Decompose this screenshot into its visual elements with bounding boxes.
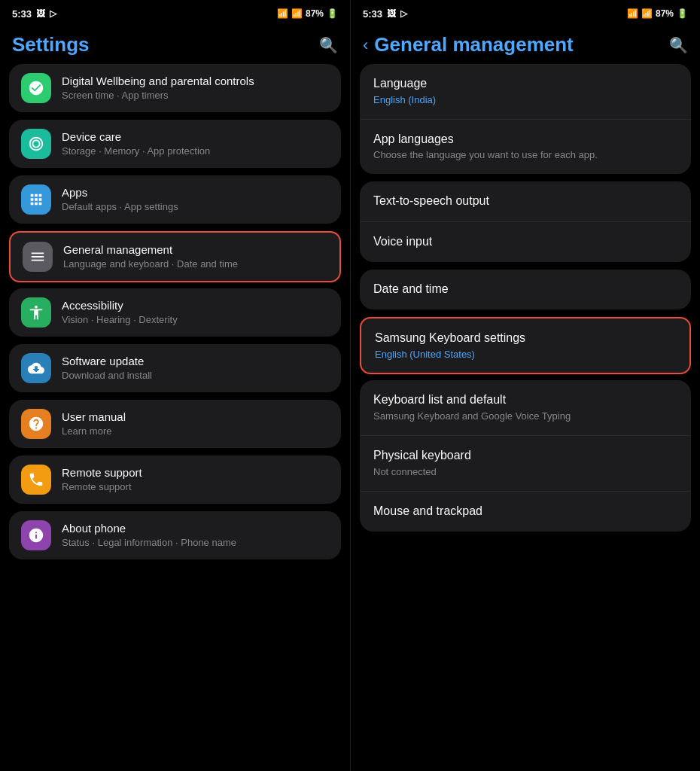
language-text: Language English (India) — [373, 76, 677, 107]
group-date-time: Date and time — [360, 270, 691, 309]
group-remote-support: Remote support Remote support — [9, 456, 341, 504]
digital-wellbeing-icon — [21, 73, 51, 103]
group-about-phone: About phone Status · Legal information ·… — [9, 511, 341, 559]
item-digital-wellbeing[interactable]: Digital Wellbeing and parental controls … — [9, 64, 341, 112]
left-title: Settings — [12, 33, 90, 56]
item-general-management[interactable]: General management Language and keyboard… — [11, 233, 339, 281]
item-samsung-keyboard[interactable]: Samsung Keyboard settings English (Unite… — [361, 318, 689, 373]
date-time-title: Date and time — [373, 282, 677, 297]
gallery-icon: 🖼 — [36, 8, 45, 19]
tts-text: Text-to-speech output — [373, 194, 677, 209]
item-mouse-trackpad[interactable]: Mouse and trackpad — [360, 492, 691, 532]
group-samsung-keyboard-highlighted: Samsung Keyboard settings English (Unite… — [360, 317, 691, 375]
device-care-text: Device care Storage · Memory · App prote… — [62, 130, 329, 158]
app-languages-text: App languages Choose the language you wa… — [373, 132, 677, 163]
apps-title: Apps — [62, 185, 329, 200]
user-manual-title: User manual — [62, 410, 329, 425]
group-digital-wellbeing: Digital Wellbeing and parental controls … — [9, 64, 341, 112]
user-manual-subtitle: Learn more — [62, 425, 329, 438]
battery-icon-left: 🔋 — [327, 8, 338, 19]
device-care-icon — [21, 129, 51, 159]
item-date-and-time[interactable]: Date and time — [360, 270, 691, 309]
app-languages-title: App languages — [373, 132, 677, 148]
group-tts-voice: Text-to-speech output Voice input — [360, 181, 691, 262]
mouse-trackpad-title: Mouse and trackpad — [373, 504, 677, 520]
search-button-left[interactable]: 🔍 — [319, 36, 338, 54]
language-subtitle: English (India) — [373, 94, 677, 107]
item-remote-support[interactable]: Remote support Remote support — [9, 456, 341, 504]
mouse-trackpad-text: Mouse and trackpad — [373, 504, 677, 520]
status-bar-left: 5:33 🖼 ▷ 📶 📶 87% 🔋 — [0, 0, 350, 24]
right-panel: 5:33 🖼 ▷ 📶 📶 87% 🔋 ‹ General management … — [350, 0, 700, 771]
about-phone-icon — [21, 520, 51, 550]
item-accessibility[interactable]: Accessibility Vision · Hearing · Dexteri… — [9, 288, 341, 337]
device-care-title: Device care — [62, 130, 329, 145]
item-apps[interactable]: Apps Default apps · App settings — [9, 175, 341, 224]
gallery-icon-right: 🖼 — [387, 8, 396, 19]
keyboard-list-title: Keyboard list and default — [373, 392, 677, 408]
item-text-to-speech[interactable]: Text-to-speech output — [360, 181, 691, 222]
back-button[interactable]: ‹ — [363, 35, 368, 55]
left-header: Settings 🔍 — [0, 24, 350, 64]
digital-wellbeing-subtitle: Screen time · App timers — [62, 90, 329, 102]
general-management-text: General management Language and keyboard… — [63, 242, 327, 271]
remote-support-icon — [21, 465, 51, 495]
item-keyboard-list[interactable]: Keyboard list and default Samsung Keyboa… — [360, 380, 691, 436]
user-manual-text: User manual Learn more — [62, 410, 329, 438]
apps-subtitle: Default apps · App settings — [62, 201, 329, 214]
group-accessibility: Accessibility Vision · Hearing · Dexteri… — [9, 288, 341, 337]
software-update-icon — [21, 353, 51, 383]
right-scroll-area: Language English (India) App languages C… — [351, 64, 700, 771]
item-device-care[interactable]: Device care Storage · Memory · App prote… — [9, 120, 341, 168]
samsung-keyboard-subtitle: English (United States) — [375, 349, 676, 361]
samsung-keyboard-text: Samsung Keyboard settings English (Unite… — [375, 331, 676, 361]
item-about-phone[interactable]: About phone Status · Legal information ·… — [9, 511, 341, 559]
accessibility-text: Accessibility Vision · Hearing · Dexteri… — [62, 298, 329, 327]
group-software-update: Software update Download and install — [9, 344, 341, 392]
digital-wellbeing-text: Digital Wellbeing and parental controls … — [62, 74, 329, 102]
item-app-languages[interactable]: App languages Choose the language you wa… — [360, 120, 691, 175]
general-management-title: General management — [63, 242, 327, 258]
item-user-manual[interactable]: User manual Learn more — [9, 400, 341, 448]
right-header: ‹ General management 🔍 — [351, 24, 700, 64]
group-keyboard-options: Keyboard list and default Samsung Keyboa… — [360, 380, 691, 531]
tts-title: Text-to-speech output — [373, 194, 677, 209]
software-update-subtitle: Download and install — [62, 370, 329, 382]
battery-right: 87% — [656, 8, 674, 19]
about-phone-subtitle: Status · Legal information · Phone name — [62, 537, 329, 550]
cast-icon: ▷ — [400, 8, 407, 19]
about-phone-text: About phone Status · Legal information ·… — [62, 521, 329, 550]
app-languages-subtitle: Choose the language you want to use for … — [373, 149, 677, 162]
group-apps: Apps Default apps · App settings — [9, 175, 341, 224]
item-software-update[interactable]: Software update Download and install — [9, 344, 341, 392]
physical-keyboard-subtitle: Not connected — [373, 466, 677, 479]
time-right: 5:33 — [363, 8, 382, 20]
keyboard-list-text: Keyboard list and default Samsung Keyboa… — [373, 392, 677, 423]
wifi-icon: 📶 — [277, 8, 288, 19]
language-title: Language — [373, 76, 677, 92]
signal-icon-right: 📶 — [641, 8, 653, 19]
keyboard-list-subtitle: Samsung Keyboard and Google Voice Typing — [373, 410, 677, 423]
left-scroll-area: Digital Wellbeing and parental controls … — [0, 64, 350, 771]
group-general-management-highlighted: General management Language and keyboard… — [9, 231, 341, 282]
device-care-subtitle: Storage · Memory · App protection — [62, 145, 329, 158]
physical-keyboard-title: Physical keyboard — [373, 448, 677, 464]
accessibility-title: Accessibility — [62, 298, 329, 313]
status-bar-right: 5:33 🖼 ▷ 📶 📶 87% 🔋 — [351, 0, 700, 24]
voice-input-text: Voice input — [373, 234, 677, 250]
item-physical-keyboard[interactable]: Physical keyboard Not connected — [360, 436, 691, 492]
wifi-icon-right: 📶 — [627, 8, 638, 19]
group-device-care: Device care Storage · Memory · App prote… — [9, 120, 341, 168]
software-update-text: Software update Download and install — [62, 354, 329, 382]
media-icon: ▷ — [50, 8, 56, 19]
right-title: General management — [374, 33, 573, 56]
battery-icon-right: 🔋 — [677, 8, 688, 19]
item-language[interactable]: Language English (India) — [360, 64, 691, 120]
about-phone-title: About phone — [62, 521, 329, 536]
apps-text: Apps Default apps · App settings — [62, 185, 329, 214]
physical-keyboard-text: Physical keyboard Not connected — [373, 448, 677, 479]
voice-input-title: Voice input — [373, 234, 677, 250]
item-voice-input[interactable]: Voice input — [360, 222, 691, 262]
remote-support-title: Remote support — [62, 465, 329, 480]
search-button-right[interactable]: 🔍 — [669, 36, 688, 54]
